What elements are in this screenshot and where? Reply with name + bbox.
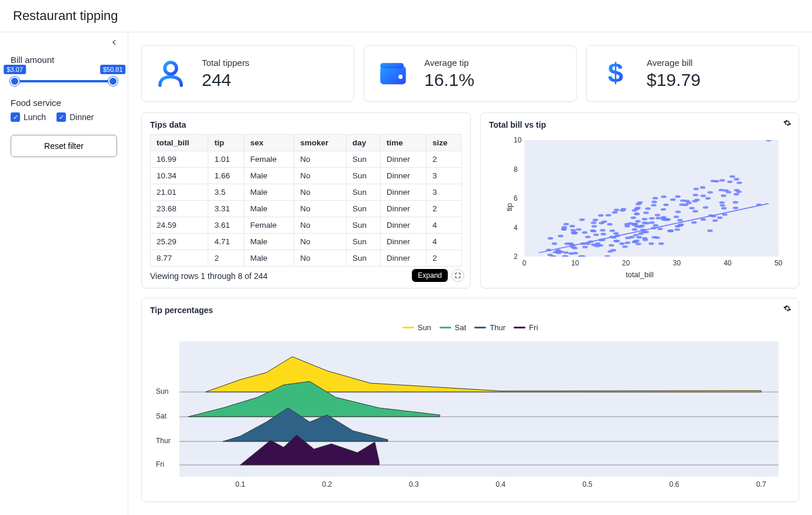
svg-point-116: [570, 225, 575, 227]
svg-point-147: [641, 231, 647, 233]
kpi-average-tip: Average tip 16.1%: [364, 45, 577, 102]
svg-point-204: [710, 180, 716, 182]
svg-point-25: [737, 181, 743, 184]
bill-amount-slider[interactable]: $3.07 $50.81: [11, 80, 117, 82]
svg-line-205: [539, 204, 768, 253]
svg-point-132: [637, 201, 643, 204]
legend-item: Fri: [514, 323, 538, 332]
svg-point-86: [721, 207, 727, 210]
svg-point-44: [655, 217, 661, 219]
svg-point-57: [593, 219, 598, 221]
kpi-avgbill-label: Average bill: [647, 58, 701, 68]
svg-point-3: [398, 75, 402, 79]
svg-point-154: [622, 245, 628, 248]
table-row: 16.991.01FemaleNoSunDinner2: [151, 151, 462, 168]
sidebar-collapse-button[interactable]: [108, 36, 121, 49]
kpi-avgtip-value: 16.1%: [424, 70, 474, 90]
svg-point-200: [563, 251, 569, 254]
scatter-settings-button[interactable]: [783, 119, 791, 129]
svg-point-202: [734, 178, 740, 180]
svg-point-130: [718, 189, 724, 191]
kpi-tippers-label: Total tippers: [202, 58, 249, 68]
table-header: size: [427, 135, 462, 151]
lunch-checkbox[interactable]: ✓ Lunch: [11, 112, 46, 122]
svg-point-109: [561, 228, 567, 230]
y-tick: 8: [514, 165, 518, 174]
main-content: Total tippers 244 Average tip 16.1%: [128, 32, 812, 515]
svg-point-26: [707, 230, 713, 232]
svg-point-121: [643, 211, 649, 214]
ridge-card: Tip percentages SunSatThurFri SunSatThur…: [141, 298, 799, 502]
ridge-plot[interactable]: SunSatThurFri 0.10.20.30.40.50.60.7: [150, 335, 790, 494]
svg-point-148: [624, 225, 630, 227]
svg-point-201: [631, 217, 637, 219]
svg-point-186: [594, 245, 600, 247]
x-tick: 0.5: [583, 480, 593, 489]
svg-point-166: [661, 195, 667, 198]
reset-filter-button[interactable]: Reset filter: [11, 135, 117, 157]
legend-item: Sun: [402, 323, 431, 332]
scatter-ylabel: tip: [505, 203, 514, 211]
svg-point-103: [640, 224, 645, 227]
svg-point-93: [651, 204, 657, 206]
table-row: 8.772MaleNoSunDinner2: [151, 250, 462, 267]
legend-item: Thur: [474, 323, 505, 332]
y-tick: 6: [514, 194, 518, 202]
x-tick: 10: [571, 259, 579, 267]
table-header: tip: [208, 135, 244, 151]
svg-point-172: [572, 232, 578, 234]
ridge-legend: SunSatThurFri: [150, 320, 790, 335]
svg-point-33: [648, 242, 654, 245]
svg-point-34: [663, 204, 669, 206]
svg-point-31: [619, 242, 625, 245]
legend-label: Fri: [529, 323, 538, 332]
svg-point-117: [675, 211, 681, 213]
svg-rect-2: [380, 63, 404, 68]
table-row: 21.013.5MaleNoSunDinner3: [151, 184, 462, 201]
page-title: Restaurant tipping: [0, 0, 812, 32]
ridge-row-label: Sun: [156, 387, 168, 396]
expand-button[interactable]: [451, 269, 464, 282]
svg-point-120: [719, 201, 725, 204]
svg-point-64: [679, 203, 685, 205]
svg-point-198: [635, 242, 641, 245]
table-header: day: [346, 135, 380, 151]
svg-point-71: [599, 222, 605, 224]
svg-point-13: [610, 230, 615, 232]
x-tick: 20: [622, 259, 630, 267]
dinner-checkbox[interactable]: ✓ Dinner: [56, 112, 94, 122]
svg-point-184: [632, 240, 638, 242]
dollar-icon: $: [598, 57, 633, 91]
ridge-row-label: Fri: [156, 460, 164, 469]
slider-thumb-max[interactable]: [108, 77, 118, 86]
x-tick: 0.4: [496, 480, 506, 489]
legend-label: Sat: [455, 323, 467, 332]
svg-point-196: [642, 237, 648, 240]
svg-point-188: [614, 209, 620, 211]
scatter-card: Total bill vs tip tip total_bill 0102030…: [480, 112, 799, 288]
gear-icon: [783, 304, 791, 313]
svg-point-102: [625, 241, 631, 244]
table-row: 25.294.71MaleNoSunDinner4: [151, 234, 462, 250]
food-service-label: Food service: [11, 98, 117, 108]
svg-point-139: [582, 231, 588, 234]
legend-item: Sat: [440, 323, 467, 332]
legend-swatch: [402, 327, 414, 328]
svg-point-114: [651, 201, 657, 203]
svg-point-107: [686, 202, 692, 204]
svg-point-169: [726, 191, 732, 193]
y-tick: 2: [514, 252, 518, 261]
svg-point-16: [717, 217, 723, 219]
svg-point-135: [585, 235, 591, 238]
svg-text:$: $: [608, 57, 623, 88]
svg-point-171: [600, 229, 606, 231]
svg-point-104: [548, 237, 554, 240]
ridge-settings-button[interactable]: [783, 304, 791, 314]
slider-thumb-min[interactable]: [10, 77, 19, 86]
svg-point-182: [693, 188, 699, 190]
scatter-plot[interactable]: tip total_bill 01020304050 246810: [489, 134, 790, 280]
svg-point-127: [674, 215, 680, 218]
tips-data-card: Tips data total_billtipsexsmokerdaytimes…: [141, 112, 471, 288]
svg-point-168: [608, 244, 614, 247]
svg-point-54: [576, 228, 582, 231]
